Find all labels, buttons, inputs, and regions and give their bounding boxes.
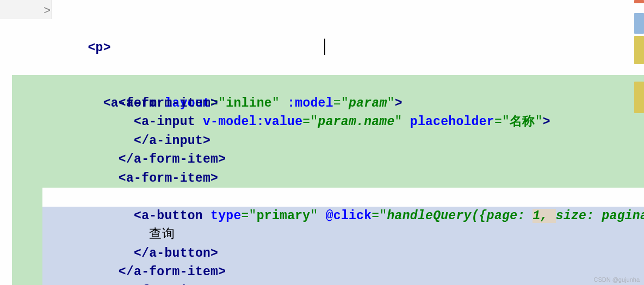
watermark-text: CSDN @gujunha (593, 276, 640, 283)
code-line[interactable]: <a-input v-model:value="param.name" plac… (0, 75, 644, 94)
code-line[interactable]: <a-form-item> (0, 57, 644, 76)
minimap-marker (634, 82, 644, 113)
code-line[interactable]: </a-button> (0, 188, 644, 207)
minimap-marker (634, 13, 644, 34)
code-line[interactable]: <p> (0, 19, 644, 38)
code-line[interactable] (0, 0, 644, 19)
minimap[interactable] (633, 0, 644, 285)
minimap-marker (634, 36, 644, 64)
minimap-marker (634, 0, 644, 3)
code-editor[interactable]: <p> <a-form layout="inline" :model="para… (0, 0, 644, 282)
